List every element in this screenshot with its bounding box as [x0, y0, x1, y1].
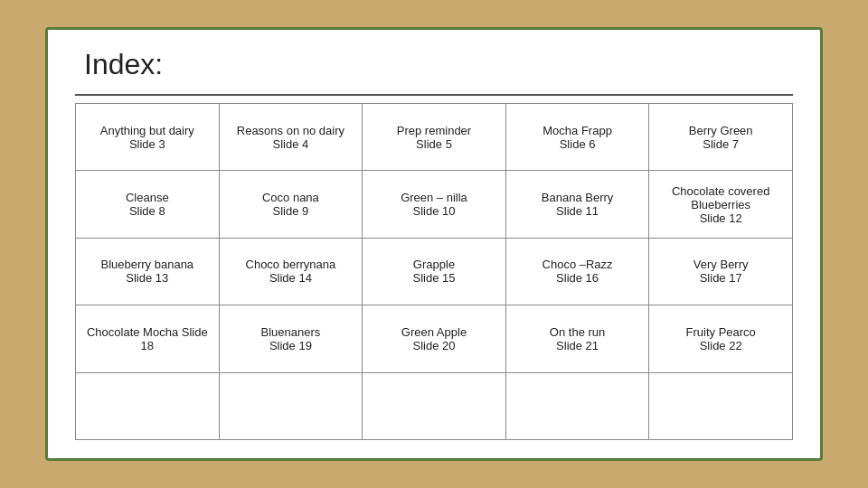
table-row: Chocolate Mocha Slide 18BluenanersSlide …: [76, 305, 793, 372]
table-cell: Banana BerrySlide 11: [505, 171, 649, 238]
table-cell: Mocha FrappSlide 6: [505, 104, 649, 171]
divider: [75, 94, 793, 96]
table-cell: [363, 372, 506, 439]
index-table: Anything but dairySlide 3Reasons on no d…: [75, 103, 793, 440]
table-cell: Choco –RazzSlide 16: [505, 238, 649, 305]
table-row: Anything but dairySlide 3Reasons on no d…: [76, 104, 793, 171]
table-cell: GrappleSlide 15: [363, 238, 506, 305]
table-cell: Fruity PearcoSlide 22: [649, 305, 793, 372]
table-cell: Very BerrySlide 17: [649, 238, 793, 305]
table-cell: Green AppleSlide 20: [363, 305, 506, 372]
table-cell: Coco nanaSlide 9: [219, 171, 363, 238]
slide-title: Index:: [84, 48, 793, 81]
slide-container: Index: Anything but dairySlide 3Reasons …: [45, 27, 823, 461]
table-cell: Reasons on no dairySlide 4: [219, 104, 363, 171]
table-cell: Prep reminderSlide 5: [363, 104, 506, 171]
table-cell: Berry GreenSlide 7: [649, 104, 793, 171]
table-cell: Choco berrynanaSlide 14: [219, 238, 363, 305]
table-cell: Blueberry bananaSlide 13: [76, 238, 220, 305]
table-cell: Chocolate Mocha Slide 18: [76, 305, 220, 372]
table-row: CleanseSlide 8Coco nanaSlide 9Green – ni…: [76, 171, 793, 238]
table-cell: [649, 372, 793, 439]
table-cell: BluenanersSlide 19: [219, 305, 363, 372]
table-cell: Anything but dairySlide 3: [76, 104, 220, 171]
table-row: [76, 372, 793, 439]
table-row: Blueberry bananaSlide 13Choco berrynanaS…: [76, 238, 793, 305]
table-cell: Green – nillaSlide 10: [363, 171, 506, 238]
table-cell: Chocolate covered BlueberriesSlide 12: [649, 171, 793, 238]
table-cell: [219, 372, 363, 439]
table-cell: CleanseSlide 8: [76, 171, 220, 238]
table-cell: [76, 372, 220, 439]
table-cell: [505, 372, 649, 439]
table-cell: On the runSlide 21: [505, 305, 649, 372]
